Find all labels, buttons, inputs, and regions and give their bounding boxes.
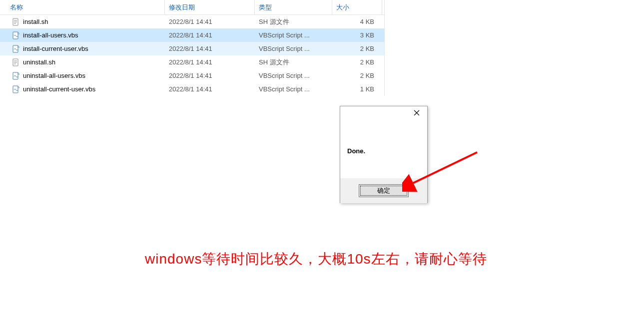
file-icon [12,45,20,53]
file-name: uninstall-current-user.vbs [23,85,95,93]
file-date: 2022/8/1 14:41 [165,31,255,39]
file-size: 2 KB [332,72,382,79]
file-date: 2022/8/1 14:41 [165,45,255,52]
file-row[interactable]: install-current-user.vbs2022/8/1 14:41VB… [0,42,384,55]
file-icon [12,18,20,26]
column-header-date[interactable]: 修改日期 [165,0,255,14]
file-size: 4 KB [332,18,382,25]
file-row[interactable]: uninstall-current-user.vbs2022/8/1 14:41… [0,82,384,96]
dialog-close-button[interactable] [406,106,427,120]
file-row[interactable]: uninstall.sh2022/8/1 14:41SH 源文件2 KB [0,55,384,69]
file-date: 2022/8/1 14:41 [165,18,255,25]
column-header-type[interactable]: 类型 [255,0,332,14]
dialog-titlebar [340,106,427,123]
file-name: install-all-users.vbs [23,31,78,39]
file-date: 2022/8/1 14:41 [165,58,255,66]
annotation-caption: windows等待时间比较久，大概10s左右，请耐心等待 [145,250,487,269]
dialog-message: Done. [347,147,365,155]
dialog-ok-button[interactable]: 确定 [359,184,409,197]
column-header-name[interactable]: 名称 [0,0,165,14]
file-type: VBScript Script ... [255,85,332,93]
file-size: 2 KB [332,45,382,52]
file-size: 1 KB [332,85,382,93]
close-icon [414,110,420,117]
file-icon [12,72,20,80]
file-name: install-current-user.vbs [23,45,88,52]
file-name: uninstall-all-users.vbs [23,72,85,79]
file-type: VBScript Script ... [255,45,332,52]
file-type: VBScript Script ... [255,31,332,39]
file-row[interactable]: install-all-users.vbs2022/8/1 14:41VBScr… [0,28,384,42]
file-icon [12,31,20,39]
dialog-body: Done. [340,123,427,178]
file-name: uninstall.sh [23,58,55,66]
file-icon [12,58,20,66]
file-row[interactable]: install.sh2022/8/1 14:41SH 源文件4 KB [0,15,384,28]
file-date: 2022/8/1 14:41 [165,72,255,79]
file-type: VBScript Script ... [255,72,332,79]
message-dialog: Done. 确定 [340,106,428,203]
file-type: SH 源文件 [255,58,332,67]
dialog-ok-label: 确定 [377,186,390,195]
file-size: 2 KB [332,58,382,66]
column-header-row: 名称 修改日期 类型 大小 [0,0,384,15]
file-list: install.sh2022/8/1 14:41SH 源文件4 KBinstal… [0,15,384,96]
column-header-size[interactable]: 大小 [332,0,382,14]
file-name: install.sh [23,18,48,25]
file-date: 2022/8/1 14:41 [165,85,255,93]
file-size: 3 KB [332,31,382,39]
dialog-footer: 确定 [340,178,427,203]
file-icon [12,85,20,93]
file-row[interactable]: uninstall-all-users.vbs2022/8/1 14:41VBS… [0,69,384,82]
file-type: SH 源文件 [255,17,332,26]
file-explorer: 名称 修改日期 类型 大小 install.sh2022/8/1 14:41SH… [0,0,385,96]
